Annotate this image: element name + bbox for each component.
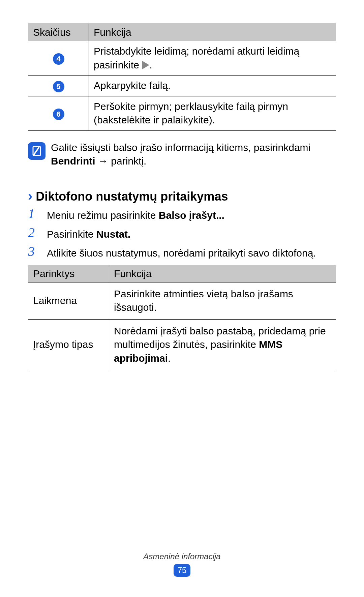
steps-list: 1 Meniu režimu pasirinkite Balso įrašyt.…	[28, 207, 336, 260]
function-cell: Peršokite pirmyn; perklausykite failą pi…	[89, 96, 336, 130]
table1-header-number: Skaičius	[28, 24, 89, 41]
step-number: 1	[28, 207, 47, 222]
option-desc-post: .	[168, 353, 171, 364]
step-bold: Nustat.	[96, 229, 131, 240]
note-icon	[28, 142, 46, 160]
table-row: 4 Pristabdykite leidimą; norėdami atkurt…	[28, 41, 336, 76]
table1-header-function: Funkcija	[89, 24, 336, 41]
number-badge-5: 5	[53, 81, 64, 92]
note-post: parinktį.	[111, 155, 146, 167]
table2-header-option: Parinktys	[28, 265, 109, 282]
options-table: Parinktys Funkcija Laikmena Pasirinkite …	[28, 265, 336, 370]
option-desc: Pasirinkite atminties vietą balso įrašam…	[109, 282, 336, 319]
function-text: Pristabdykite leidimą; norėdami atkurti …	[94, 46, 299, 70]
step-text: Meniu režimu pasirinkite Balso įrašyt...	[47, 207, 336, 222]
number-badge-6: 6	[53, 109, 64, 120]
step-bold: Balso įrašyt...	[159, 210, 224, 221]
option-name: Laikmena	[28, 282, 109, 319]
note-bold: Bendrinti	[51, 155, 95, 167]
number-badge-4: 4	[53, 53, 64, 65]
section-heading: › Diktofono nustatymų pritaikymas	[28, 188, 336, 204]
table-row: 5 Apkarpykite failą.	[28, 76, 336, 96]
page-footer: Asmeninė informacija 75	[0, 552, 364, 577]
function-text-suffix: .	[149, 59, 152, 70]
list-item: 1 Meniu režimu pasirinkite Balso įrašyt.…	[28, 207, 336, 222]
note-arrow: →	[95, 155, 111, 167]
step-text: Atlikite šiuos nustatymus, norėdami prit…	[47, 245, 336, 260]
step-number: 3	[28, 245, 47, 260]
option-desc: Norėdami įrašyti balso pastabą, pridedam…	[109, 319, 336, 370]
step-pre: Pasirinkite	[47, 229, 96, 240]
heading-text: Diktofono nustatymų pritaikymas	[36, 189, 228, 204]
note-block: Galite išsiųsti balso įrašo informaciją …	[28, 141, 336, 168]
play-icon	[142, 61, 149, 69]
table-row: 6 Peršokite pirmyn; perklausykite failą …	[28, 96, 336, 130]
functions-table: Skaičius Funkcija 4 Pristabdykite leidim…	[28, 24, 336, 131]
option-desc-pre: Norėdami įrašyti balso pastabą, pridedam…	[114, 325, 326, 350]
note-pre: Galite išsiųsti balso įrašo informaciją …	[51, 142, 310, 153]
footer-section-label: Asmeninė informacija	[0, 552, 364, 561]
table2-header-function: Funkcija	[109, 265, 336, 282]
chevron-right-icon: ›	[28, 188, 32, 204]
step-pre: Atlikite šiuos nustatymus, norėdami prit…	[47, 247, 316, 259]
function-cell: Pristabdykite leidimą; norėdami atkurti …	[89, 41, 336, 76]
step-text: Pasirinkite Nustat.	[47, 226, 336, 241]
function-cell: Apkarpykite failą.	[89, 76, 336, 96]
step-number: 2	[28, 226, 47, 241]
note-text: Galite išsiųsti balso įrašo informaciją …	[49, 141, 336, 168]
list-item: 2 Pasirinkite Nustat.	[28, 226, 336, 241]
table-row: Įrašymo tipas Norėdami įrašyti balso pas…	[28, 319, 336, 370]
page-number-badge: 75	[174, 564, 190, 577]
table-row: Laikmena Pasirinkite atminties vietą bal…	[28, 282, 336, 319]
step-pre: Meniu režimu pasirinkite	[47, 210, 159, 221]
list-item: 3 Atlikite šiuos nustatymus, norėdami pr…	[28, 245, 336, 260]
option-name: Įrašymo tipas	[28, 319, 109, 370]
